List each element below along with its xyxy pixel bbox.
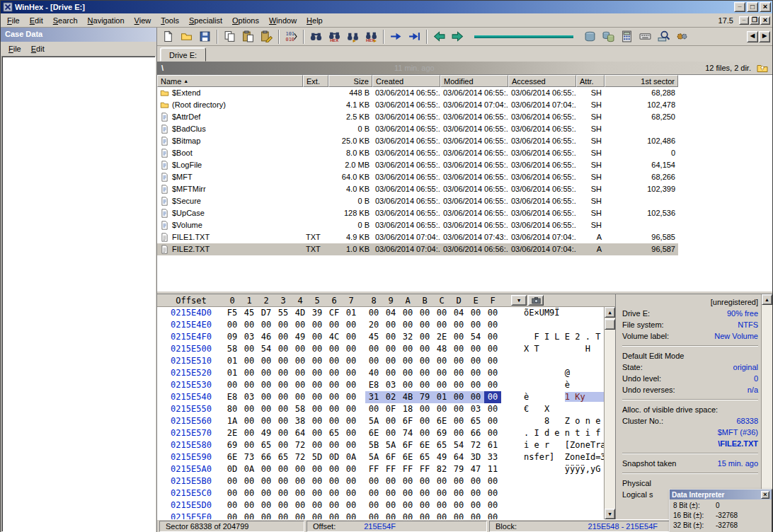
scroll-thumb[interactable]	[605, 319, 615, 330]
hex-byte[interactable]: 00	[467, 355, 484, 367]
hex-byte[interactable]: 00	[241, 511, 258, 519]
hex-row[interactable]: 0215E5E000000000000000000000000000000000	[161, 511, 604, 519]
hex-byte[interactable]: 00	[275, 427, 292, 439]
hex-byte[interactable]: 00	[450, 319, 467, 331]
hex-byte[interactable]: 00	[326, 379, 343, 391]
hex-byte[interactable]: 00	[309, 511, 326, 519]
hex-byte[interactable]: 5A	[365, 451, 382, 463]
hex-ascii[interactable]: nsfer] ZoneId=3	[524, 451, 604, 463]
hex-byte[interactable]: 01	[224, 355, 241, 367]
hex-byte[interactable]: 00	[309, 319, 326, 331]
hex-byte[interactable]: 0A	[343, 451, 360, 463]
hex-byte[interactable]: 72	[292, 439, 309, 451]
hex-byte[interactable]: 00	[224, 319, 241, 331]
hex-byte[interactable]: 00	[275, 367, 292, 379]
hex-byte[interactable]: 00	[433, 475, 450, 487]
hex-byte[interactable]: 00	[433, 319, 450, 331]
hex-byte[interactable]: 48	[433, 343, 450, 355]
hex-byte[interactable]: 00	[292, 487, 309, 499]
hex-byte[interactable]: 00	[399, 499, 416, 511]
hex-byte[interactable]: 00	[382, 355, 399, 367]
hex-byte[interactable]: 6E	[416, 439, 433, 451]
hex-byte[interactable]: 00	[275, 343, 292, 355]
hex-ascii[interactable]: 8 Z o n e	[524, 415, 604, 427]
hex-byte[interactable]: 01	[343, 307, 360, 319]
forward-button[interactable]	[449, 29, 466, 45]
hex-byte[interactable]: 46	[258, 331, 275, 343]
hex-byte[interactable]: 00	[343, 343, 360, 355]
scroll-up-button[interactable]	[605, 307, 615, 318]
hex-ascii[interactable]: è	[524, 379, 604, 391]
hex-row[interactable]: 0215E5A00D0A000000000000FFFFFFFF82794711…	[161, 463, 604, 475]
hex-byte[interactable]: 4B	[399, 391, 416, 403]
hex-byte[interactable]: 00	[467, 343, 484, 355]
hex-byte[interactable]: FF	[416, 463, 433, 475]
menu-search[interactable]: Search	[48, 14, 83, 27]
column-header-1st-sector[interactable]: 1st sector	[605, 75, 678, 87]
hex-byte[interactable]: 61	[484, 439, 501, 451]
hex-byte[interactable]: 64	[450, 451, 467, 463]
hex-byte[interactable]: F5	[224, 307, 241, 319]
hex-byte[interactable]: 00	[433, 511, 450, 519]
data-interpreter-close-button[interactable]	[761, 491, 769, 499]
hex-byte[interactable]: 00	[365, 511, 382, 519]
hex-byte[interactable]: FF	[365, 463, 382, 475]
hex-byte[interactable]: 00	[275, 499, 292, 511]
hex-byte[interactable]: 00	[343, 391, 360, 403]
hex-row[interactable]: 0215E4F00903460049004C00450032002E005400…	[161, 331, 604, 343]
hex-byte[interactable]: 00	[433, 355, 450, 367]
hex-byte[interactable]: FF	[382, 463, 399, 475]
hex-byte[interactable]: 54	[450, 439, 467, 451]
hex-byte[interactable]: 00	[258, 463, 275, 475]
hex-byte[interactable]: 00	[433, 379, 450, 391]
toolbar-scroll-left-button[interactable]	[747, 31, 758, 42]
hex-byte[interactable]: 00	[292, 343, 309, 355]
table-row[interactable]: $Secure0 B03/06/2014 06:55:...03/06/2014…	[157, 195, 678, 207]
hex-byte[interactable]: 01	[433, 391, 450, 403]
hex-byte[interactable]: 00	[416, 475, 433, 487]
hex-byte[interactable]: 00	[292, 463, 309, 475]
hex-byte[interactable]: 00	[433, 499, 450, 511]
hex-byte[interactable]: 4C	[326, 331, 343, 343]
hex-byte[interactable]: 03	[241, 331, 258, 343]
hex-byte[interactable]: 00	[382, 487, 399, 499]
tools-gears-button[interactable]	[673, 29, 691, 45]
hex-byte[interactable]: 00	[433, 403, 450, 415]
hex-byte[interactable]: 00	[241, 475, 258, 487]
hex-byte[interactable]: 00	[309, 367, 326, 379]
hex-byte[interactable]: 00	[258, 403, 275, 415]
hex-byte[interactable]: 00	[309, 427, 326, 439]
menu-file[interactable]: File	[2, 14, 25, 27]
hex-byte[interactable]: 00	[450, 343, 467, 355]
hex-row[interactable]: 0215E58069006500720000005B5A6F6E65547261…	[161, 439, 604, 451]
hex-byte[interactable]: 6F	[382, 451, 399, 463]
hex-byte[interactable]: 00	[292, 391, 309, 403]
find-text-button[interactable]	[307, 29, 325, 45]
hex-byte[interactable]: 00	[450, 427, 467, 439]
hex-ascii[interactable]: è 1 Ky	[524, 391, 604, 403]
hex-byte[interactable]: 00	[433, 367, 450, 379]
hex-byte[interactable]: 82	[433, 463, 450, 475]
hex-byte[interactable]: 00	[450, 355, 467, 367]
hex-byte[interactable]: 00	[292, 499, 309, 511]
hex-byte[interactable]: 00	[275, 463, 292, 475]
hex-byte[interactable]: 00	[258, 475, 275, 487]
hex-byte[interactable]: 00	[309, 379, 326, 391]
hex-byte[interactable]: 00	[275, 487, 292, 499]
data-interpreter-titlebar[interactable]: Data Interpreter	[670, 490, 772, 499]
hex-byte[interactable]: CF	[326, 307, 343, 319]
hex-ascii[interactable]	[524, 319, 604, 331]
hex-byte[interactable]: 00	[382, 415, 399, 427]
hex-byte[interactable]: 00	[275, 319, 292, 331]
hex-byte[interactable]: 00	[416, 367, 433, 379]
hex-byte[interactable]: 00	[326, 343, 343, 355]
hex-byte[interactable]: 00	[399, 319, 416, 331]
hex-byte[interactable]: 00	[467, 319, 484, 331]
hex-byte[interactable]: 00	[343, 475, 360, 487]
menu-edit[interactable]: Edit	[25, 14, 48, 27]
table-row[interactable]: FILE2.TXTTXT1.0 KB03/06/2014 07:04:...03…	[157, 243, 678, 255]
hex-byte[interactable]: E8	[224, 391, 241, 403]
hex-byte[interactable]: 40	[365, 367, 382, 379]
hex-byte[interactable]: 00	[343, 355, 360, 367]
hex-byte[interactable]: 80	[224, 403, 241, 415]
